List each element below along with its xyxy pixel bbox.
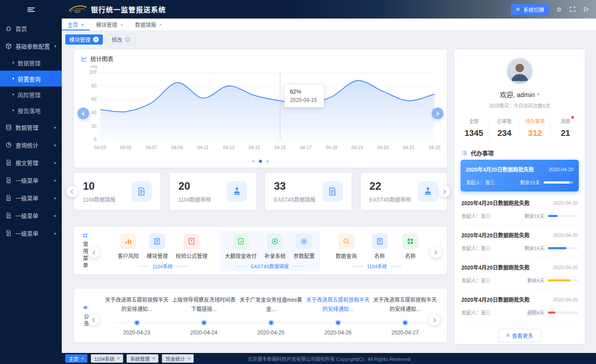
view-more-button[interactable]: ≡ 查看更多 [499, 329, 540, 342]
avatar[interactable] [506, 57, 533, 85]
pagination-dot-active[interactable] [259, 160, 262, 163]
announcements-prev-button[interactable] [88, 314, 99, 326]
quick-menu-item-name-1[interactable]: 名称 [372, 233, 388, 259]
todo-item-active[interactable]: 2020年4月20日数据跑批失败 2020-04-20 发起人：张三 剩余15天 [461, 160, 579, 191]
chevron-right-icon: ▸ [54, 143, 56, 147]
todo-initiator: 发起人：张三 [461, 277, 527, 284]
quick-menu-item-data-query[interactable]: 数据查询 [336, 233, 357, 259]
stat-card-1104-entry[interactable]: 10 1104数据填报 [74, 173, 161, 210]
doc-edit-icon [322, 181, 343, 202]
stats-prev-button[interactable] [66, 186, 78, 197]
system-switch-button[interactable]: 系统切换 [511, 4, 549, 15]
sidebar-collapse-button[interactable] [0, 0, 62, 19]
quick-menu-item-large-cash[interactable]: 大额现金收付 [225, 233, 257, 259]
todo-item[interactable]: 2020年4月20日数据跑批失败 2020-04-20 发起人：张三 剩余15天 [461, 193, 579, 225]
quick-menu-item-name-2[interactable]: 名称 [402, 233, 418, 259]
todo-initiator: 发起人：张三 [466, 179, 520, 186]
quick-menu-item-label: 参数配置 [293, 252, 315, 259]
announcement-text: 关于改进周五提前放假半天的安排通知... [103, 296, 170, 315]
quick-menu-item-parameter-config[interactable]: 参数配置 [293, 233, 315, 259]
announcement-item[interactable]: 关于改进周五提前放假半天的安排通知... 2020-04-27 [371, 296, 439, 338]
sidebar-item-query-statistics[interactable]: 查询统计 ▸ [0, 136, 62, 154]
chip-modify[interactable]: 修改 × [107, 34, 135, 45]
quick-menu-prev-button[interactable] [88, 247, 100, 258]
close-icon[interactable]: × [81, 356, 84, 361]
user-stat-todo[interactable]: 待办事项 312 [520, 116, 551, 141]
sidebar-item-level1-menu-1[interactable]: 一级菜单 ▸ [0, 171, 62, 189]
logout-icon[interactable] [583, 6, 589, 12]
sidebar-subitem-risk-management[interactable]: 风险管理 [0, 86, 62, 102]
bottom-tab-system-management[interactable]: 系统管理 × [127, 354, 158, 363]
quick-menu-item-module-management[interactable]: 模块管理 [146, 233, 168, 259]
sidebar-item-level1-menu-3[interactable]: 一级菜单 ▸ [0, 206, 62, 224]
sidebar-item-base-config[interactable]: 基础参数配置 ▾ [0, 37, 62, 55]
stat-card-1104-review[interactable]: 20 1104数据审核 [170, 173, 256, 210]
bullet-icon [12, 109, 14, 111]
todo-section-header: 代办事项 [461, 149, 578, 157]
bottom-tab-cash-statistics[interactable]: 现金统计 × [162, 354, 194, 363]
close-icon[interactable]: × [120, 22, 123, 27]
stat-card-east4s-entry[interactable]: 33 EAST4S数据填报 [265, 173, 352, 210]
close-icon[interactable]: × [187, 356, 190, 361]
close-icon[interactable]: × [81, 22, 84, 27]
chart-prev-button[interactable] [78, 108, 89, 119]
user-stat-approved[interactable]: 已审批 234 [489, 116, 520, 141]
svg-text:04-21: 04-21 [403, 145, 414, 150]
todo-item[interactable]: 2020年4月20日数据跑批失败 2020-04-20 发起人：张三 剩余4天 [461, 258, 579, 290]
sidebar-subitem-front-query-active[interactable]: 前置查询 [0, 71, 62, 86]
tab-data-entry[interactable]: 数据填报 × [129, 19, 168, 30]
quick-menu-next-button[interactable] [430, 247, 442, 258]
announcement-item-highlighted[interactable]: 关于改进周五提前放假半天的安排通知... 2020-04-26 [304, 296, 371, 338]
sidebar-subitem-label: 报告落地 [18, 106, 41, 115]
close-icon[interactable]: × [93, 37, 99, 42]
sidebar-subitem-data-management[interactable]: 数据管理 [0, 55, 62, 71]
todo-item[interactable]: 2020年4月20日数据跑批失败 2020-04-20 发起人：张三 超期4天 [461, 290, 579, 322]
quick-menu-item-supplement-system[interactable]: 补录系统 [264, 233, 285, 259]
stats-next-button[interactable] [439, 186, 450, 197]
tab-module-management[interactable]: 模块管理 × [90, 19, 129, 30]
close-icon[interactable]: × [117, 356, 120, 361]
tab-home[interactable]: 主页 × [62, 19, 90, 30]
sidebar-subitem-report-landing[interactable]: 报告落地 [0, 102, 62, 118]
announcement-item[interactable]: 上级领导视察反洗钱时间表下载链接... 2020-04-24 [170, 296, 237, 338]
todo-item[interactable]: 2020年4月20日数据跑批失败 2020-04-20 发起人：张三 剩余15天 [461, 225, 579, 258]
timeline-dot [135, 321, 139, 325]
pagination-dot[interactable] [266, 160, 269, 163]
user-stat-value: 312 [520, 128, 550, 138]
close-icon[interactable]: × [125, 37, 131, 42]
doc-edit-icon [149, 233, 165, 249]
group-caption-text: EAST4S数据填报 [251, 263, 289, 270]
bottom-tab-home[interactable]: 主页 × [65, 354, 87, 363]
sidebar-item-level1-menu-4[interactable]: 一级菜单 ▸ [0, 224, 62, 242]
announcement-item[interactable]: 关于改进周五提前放假半天的安排通知... 2020-04-23 [103, 296, 170, 338]
announcements-next-button[interactable] [429, 314, 440, 326]
chart-next-button[interactable] [432, 108, 443, 119]
welcome-row: 欢迎, admin ▾ [454, 90, 585, 99]
chevron-left-icon [82, 111, 86, 116]
todo-title: 2020年4月20日数据跑批失败 [461, 296, 530, 303]
svg-text:(%): (%) [90, 65, 97, 69]
close-icon[interactable]: × [152, 356, 155, 361]
settings-gear-icon[interactable] [556, 6, 562, 13]
sidebar-item-message-management[interactable]: 报文管理 ▸ [0, 154, 62, 171]
announcement-item[interactable]: 关于广发金业务挂盘mini黄金... 2020-04-25 [237, 296, 304, 338]
svg-text:04-05: 04-05 [120, 145, 131, 150]
sidebar-item-label: 首页 [15, 24, 27, 33]
bottom-tab-1104-system[interactable]: 1104系统 × [91, 354, 124, 363]
chip-module-management[interactable]: 模块管理 × [65, 34, 103, 45]
sidebar-item-data-management[interactable]: 数据管理 ▸ [0, 118, 62, 136]
tab-label: 模块管理 [96, 21, 117, 28]
fullscreen-icon[interactable] [570, 6, 576, 12]
svg-text:04-15: 04-15 [249, 145, 260, 150]
pagination-dot[interactable] [252, 160, 255, 163]
stat-card-east4s-review[interactable]: 22 EAST4S数据审核 [361, 173, 447, 210]
user-stat-all[interactable]: 全部 1345 [459, 116, 489, 141]
sidebar-item-home[interactable]: 首页 [0, 19, 62, 37]
sidebar-item-level1-menu-2[interactable]: 一级菜单 ▸ [0, 189, 62, 206]
chevron-right-icon: ▸ [54, 231, 56, 236]
quick-menu-item-formula-validation[interactable]: 校验公式管理 [176, 233, 207, 259]
close-icon[interactable]: × [159, 22, 162, 27]
user-stat-messages[interactable]: 消息 21 [551, 116, 581, 141]
chevron-down-icon[interactable]: ▾ [537, 92, 540, 97]
quick-menu-item-customer-risk[interactable]: 客户风险 [118, 233, 139, 259]
